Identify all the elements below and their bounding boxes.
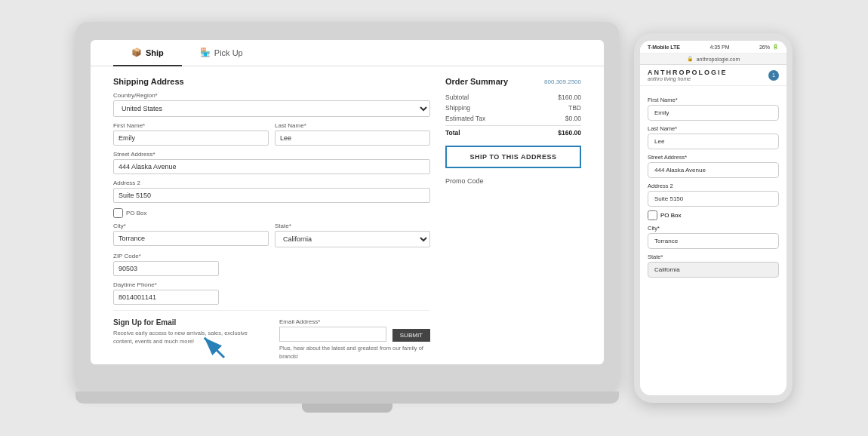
phone-address2-label: Address 2 (648, 183, 779, 189)
phone-first-name-input[interactable] (648, 105, 779, 121)
signup-right: Email Address* SUBMIT Plus, hear about t… (270, 318, 430, 364)
url-text: anthropologie.com (697, 57, 740, 62)
address2-input[interactable] (113, 188, 430, 203)
email-input[interactable] (279, 327, 386, 342)
order-phone-link[interactable]: 800.309.2500 (544, 78, 581, 85)
subtotal-value: $160.00 (558, 94, 581, 101)
plus-text: Plus, hear about the latest and greatest… (279, 345, 430, 361)
lock-icon: 🔒 (687, 56, 694, 62)
pickup-icon: 🏪 (200, 48, 211, 57)
tab-pickup[interactable]: 🏪 Pick Up (182, 40, 261, 66)
shipping-row: Shipping TBD (445, 104, 581, 112)
laptop-body: 📦 Ship 🏪 Pick Up Shipping Address Coun (75, 22, 619, 391)
time-text: 4:35 PM (709, 45, 729, 50)
first-name-input[interactable] (113, 130, 269, 146)
country-select[interactable]: United States (113, 100, 430, 117)
last-name-label: Last Name* (275, 122, 430, 129)
city-label: City* (113, 223, 269, 229)
street-group: Street Address* (113, 151, 430, 174)
total-row: Total $160.00 (445, 125, 581, 137)
address2-group: Address 2 (113, 180, 430, 203)
phone-status-bar: T-Mobile LTE 4:35 PM 26% 🔋 (640, 41, 786, 54)
city-group: City* (113, 223, 269, 247)
ship-to-address-button[interactable]: SHIP TO THIS ADDRESS (445, 146, 581, 168)
city-input[interactable] (113, 231, 269, 246)
ship-icon: 📦 (131, 48, 142, 57)
promo-code[interactable]: Promo Code (445, 177, 581, 185)
signup-row: Sign Up for Email Receive early access t… (113, 318, 430, 364)
signup-section: Sign Up for Email Receive early access t… (113, 310, 430, 364)
tab-ship[interactable]: 📦 Ship (113, 40, 182, 66)
order-summary-header: Order Summary 800.309.2500 (445, 77, 581, 86)
phone-city-label: City* (648, 225, 779, 232)
zip-group: ZIP Code* (113, 253, 430, 276)
first-name-label: First Name* (113, 122, 269, 129)
phone-first-name-label: First Name* (648, 97, 779, 103)
phone-logo-home: anthro living home (648, 76, 728, 81)
country-group: Country/Region* United States (113, 92, 430, 117)
total-label: Total (445, 129, 460, 137)
phone-last-name-input[interactable] (648, 134, 779, 149)
last-name-input[interactable] (275, 130, 430, 146)
laptop-screen: 📦 Ship 🏪 Pick Up Shipping Address Coun (91, 40, 604, 364)
order-summary: Order Summary 800.309.2500 Subtotal $160… (445, 77, 581, 357)
cyan-arrow (190, 324, 235, 369)
shipping-address-title: Shipping Address (113, 77, 430, 86)
phone-address-bar: 🔒 anthropologie.com (640, 54, 786, 65)
first-name-group: First Name* (113, 122, 269, 146)
screen-content: 📦 Ship 🏪 Pick Up Shipping Address Coun (91, 40, 604, 364)
po-box-checkbox[interactable] (113, 208, 123, 218)
signup-left: Sign Up for Email Receive early access t… (113, 318, 264, 364)
phone-address2-input[interactable] (648, 191, 779, 207)
phone-label: Daytime Phone* (113, 281, 430, 288)
name-row: First Name* Last Name* (113, 122, 430, 151)
email-submit-row: SUBMIT (279, 327, 430, 342)
tax-value: $0.00 (565, 115, 581, 122)
battery-percent: 26% (759, 45, 770, 50)
city-state-row: City* State* California (113, 223, 430, 253)
tab-ship-label: Ship (146, 48, 164, 57)
country-label: Country/Region* (113, 92, 430, 99)
street-label: Street Address* (113, 151, 430, 158)
address2-label: Address 2 (113, 180, 430, 186)
phone-device: T-Mobile LTE 4:35 PM 26% 🔋 🔒 anthropolog… (634, 33, 793, 403)
phone-form: First Name* Last Name* Street Address* A… (640, 86, 786, 380)
phone-po-box-row: PO Box (648, 210, 779, 220)
tax-label: Estimated Tax (445, 115, 485, 122)
email-label: Email Address* (279, 318, 430, 325)
phone-state-select[interactable]: California (648, 262, 779, 278)
shipping-value: TBD (568, 104, 581, 112)
phone-logo: ANTHROPOLOGIE (648, 69, 728, 76)
tax-row: Estimated Tax $0.00 (445, 115, 581, 122)
laptop-stand (302, 404, 392, 413)
zip-input[interactable] (113, 261, 219, 276)
state-select[interactable]: California (275, 231, 430, 247)
state-label: State* (275, 223, 430, 229)
street-input[interactable] (113, 159, 430, 174)
phone-nav: ANTHROPOLOGIE anthro living home 1 (640, 65, 786, 86)
carrier-text: T-Mobile LTE (648, 45, 680, 50)
phone-city-input[interactable] (648, 233, 779, 249)
signup-title: Sign Up for Email (113, 318, 264, 327)
phone-street-input[interactable] (648, 162, 779, 178)
phone-input[interactable] (113, 290, 219, 305)
signup-desc: Receive early access to new arrivals, sa… (113, 330, 264, 345)
shipping-form: Shipping Address Country/Region* United … (113, 77, 430, 357)
state-group: State* California (275, 223, 430, 247)
phone-state-label: State* (648, 253, 779, 260)
laptop-base (75, 391, 619, 404)
total-value: $160.00 (558, 129, 581, 137)
phone-po-box-checkbox[interactable] (648, 210, 657, 220)
main-area: Shipping Address Country/Region* United … (91, 66, 604, 364)
phone-street-label: Street Address* (648, 154, 779, 161)
subtotal-row: Subtotal $160.00 (445, 94, 581, 101)
subtotal-label: Subtotal (445, 94, 469, 101)
submit-button[interactable]: SUBMIT (392, 329, 430, 342)
phone-last-name-label: Last Name* (648, 125, 779, 132)
phone-screen: T-Mobile LTE 4:35 PM 26% 🔋 🔒 anthropolog… (640, 41, 786, 395)
shipping-label: Shipping (445, 104, 470, 112)
phone-logo-area: ANTHROPOLOGIE anthro living home (648, 69, 728, 81)
po-box-label: PO Box (126, 210, 147, 216)
tab-bar: 📦 Ship 🏪 Pick Up (91, 40, 604, 66)
cart-badge[interactable]: 1 (768, 70, 779, 81)
